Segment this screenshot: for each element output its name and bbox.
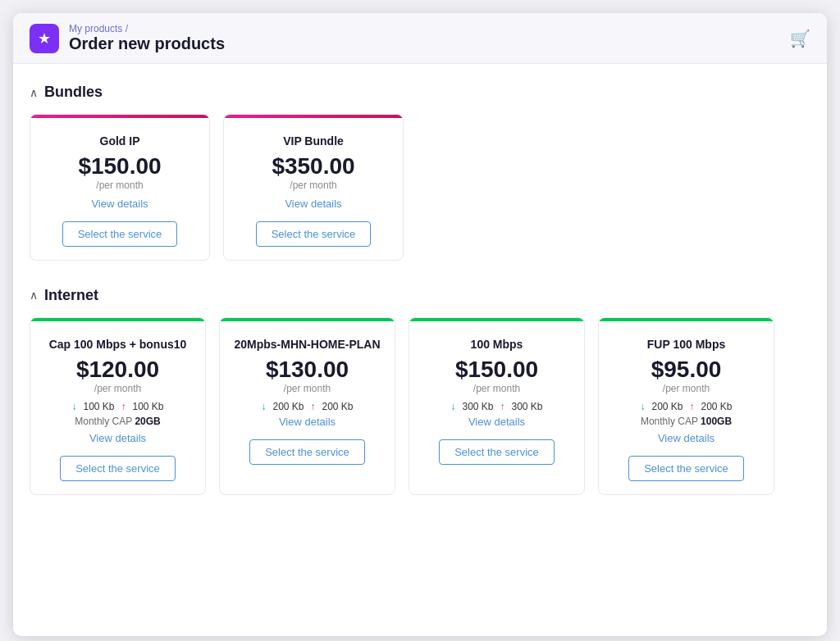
card-vip-bundle-name: VIP Bundle [283,134,344,148]
card-fup100-period: /per month [663,383,710,394]
card-vip-bundle-select-btn[interactable]: Select the service [256,221,372,247]
card-cap100: Cap 100 Mbps + bonus10 $120.00 /per mont… [30,317,206,495]
card-cap100-select-btn[interactable]: Select the service [60,456,176,481]
card-cap100-cap: Monthly CAP 20GB [75,416,161,427]
section-internet: ∧ Internet Cap 100 Mbps + bonus10 $120.0… [30,287,810,495]
card-cap100-period: /per month [94,383,141,394]
card-gold-ip-name: Gold IP [100,134,140,148]
up-arrow-icon: ↑ [690,401,695,412]
section-title-bundles: Bundles [44,84,103,101]
cart-icon[interactable]: 🛒 [790,29,810,48]
card-20mpbs-price: $130.00 [266,357,349,383]
card-gold-ip-price: $150.00 [78,154,161,180]
section-header-bundles: ∧ Bundles [30,84,810,101]
card-vip-bundle-view-details[interactable]: View details [285,198,341,210]
header-left: ★ My products / Order new products [30,23,225,53]
card-20mpbs-speed-up: 200 Kb [322,401,354,412]
down-arrow-icon: ↓ [640,401,645,412]
chevron-internet-icon[interactable]: ∧ [30,289,38,302]
down-arrow-icon: ↓ [71,401,76,412]
card-gold-ip-view-details[interactable]: View details [91,198,148,210]
card-cap100-view-details[interactable]: View details [89,432,146,444]
section-title-internet: Internet [44,287,98,304]
app-window: ★ My products / Order new products 🛒 ∧ B… [13,13,827,636]
card-fup100: FUP 100 Mbps $95.00 /per month ↓ 200 Kb … [598,317,774,495]
breadcrumb-top: My products / [69,23,225,34]
card-100mbps-speeds: ↓ 300 Kb ↑ 300 Kb [450,401,542,412]
card-fup100-name: FUP 100 Mbps [647,338,725,351]
breadcrumb-separator: / [126,23,128,34]
down-arrow-icon: ↓ [450,401,455,412]
card-20mpbs-select-btn[interactable]: Select the service [249,439,365,465]
card-100mbps-price: $150.00 [455,357,538,383]
card-100mbps: 100 Mbps $150.00 /per month ↓ 300 Kb ↑ 3… [409,317,585,495]
card-fup100-price: $95.00 [651,357,722,383]
down-arrow-icon: ↓ [261,401,266,412]
card-20mpbs-period: /per month [284,383,331,394]
breadcrumb: My products / Order new products [69,23,225,53]
card-fup100-cap-value: 100GB [701,416,732,427]
internet-cards-row: Cap 100 Mbps + bonus10 $120.00 /per mont… [30,317,810,495]
header: ★ My products / Order new products 🛒 [13,13,827,64]
card-gold-ip-select-btn[interactable]: Select the service [62,221,178,247]
up-arrow-icon: ↑ [311,401,316,412]
card-20mpbs-name: 20Mpbs-MHN-HOME-PLAN [234,338,380,351]
card-cap100-cap-value: 20GB [135,416,160,427]
up-arrow-icon: ↑ [500,401,505,412]
card-vip-bundle-price: $350.00 [272,154,354,180]
card-100mbps-name: 100 Mbps [471,338,523,351]
card-cap100-speeds: ↓ 100 Kb ↑ 100 Kb [71,401,163,412]
card-20mpbs-view-details[interactable]: View details [279,416,336,428]
card-fup100-speed-down: 200 Kb [651,401,682,412]
card-20mpbs: 20Mpbs-MHN-HOME-PLAN $130.00 /per month … [219,317,395,495]
card-fup100-select-btn[interactable]: Select the service [628,456,744,481]
card-cap100-speed-down: 100 Kb [83,401,114,412]
card-cap100-price: $120.00 [76,357,159,383]
card-cap100-name: Cap 100 Mbps + bonus10 [49,338,187,351]
card-gold-ip-period: /per month [96,180,143,191]
card-100mbps-speed-down: 300 Kb [462,401,493,412]
card-fup100-speed-up: 200 Kb [701,401,733,412]
card-fup100-cap: Monthly CAP 100GB [641,416,732,427]
card-vip-bundle: VIP Bundle $350.00 /per month View detai… [223,114,404,261]
card-100mbps-period: /per month [473,383,520,394]
page-title: Order new products [69,34,225,53]
card-fup100-view-details[interactable]: View details [658,432,714,444]
star-icon: ★ [30,24,59,53]
card-100mbps-speed-up: 300 Kb [512,401,543,412]
card-vip-bundle-period: /per month [290,180,336,191]
section-header-internet: ∧ Internet [30,287,810,304]
content: ∧ Bundles Gold IP $150.00 /per month Vie… [13,64,827,541]
card-gold-ip: Gold IP $150.00 /per month View details … [30,114,210,261]
card-100mbps-select-btn[interactable]: Select the service [439,439,555,465]
card-cap100-speed-up: 100 Kb [133,401,164,412]
card-fup100-speeds: ↓ 200 Kb ↑ 200 Kb [640,401,732,412]
bundles-cards-row: Gold IP $150.00 /per month View details … [30,114,810,261]
section-bundles: ∧ Bundles Gold IP $150.00 /per month Vie… [30,84,810,261]
card-100mbps-view-details[interactable]: View details [468,416,525,428]
chevron-bundles-icon[interactable]: ∧ [30,86,38,99]
card-20mpbs-speed-down: 200 Kb [272,401,304,412]
breadcrumb-parent-link[interactable]: My products [69,23,122,34]
up-arrow-icon: ↑ [121,401,126,412]
card-20mpbs-speeds: ↓ 200 Kb ↑ 200 Kb [261,401,353,412]
